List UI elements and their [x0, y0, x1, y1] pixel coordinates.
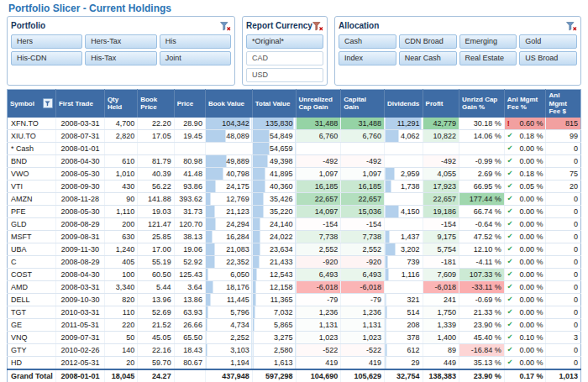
slicer-portfolio-hers[interactable]: Hers [11, 34, 82, 49]
cell-total-value: 54,849 [252, 129, 296, 142]
cell-total-value: 35,220 [252, 205, 296, 217]
col-header-anl-mgmt-fee: Anl Mgmt Fee $ [546, 90, 581, 118]
cell-profit: 7,609 [423, 268, 459, 280]
cell-anl-mgmt-fee-pct: ✔0.00 % [504, 243, 546, 255]
cell-symbol: VWO [8, 167, 56, 180]
cell-profit: 89 [423, 343, 459, 356]
slicer-currency-usd[interactable]: USD [246, 68, 323, 82]
cell-dividends: 1,437 [385, 230, 423, 243]
cell-unrealized-cap-gain: -522 [296, 343, 341, 356]
col-header-profit: Profit [423, 90, 459, 118]
cell-price: 13.86 [174, 293, 205, 306]
report-currency-slicer: Report Currency *Original*CADUSD [242, 16, 328, 86]
cell-symbol: UBA [8, 243, 56, 255]
cell-symbol: BND [8, 154, 56, 167]
cell-anl-mgmt-fee-pct: ✔0.00 % [504, 293, 546, 306]
slicer-portfolio-hers-tax[interactable]: Hers-Tax [85, 34, 156, 49]
cell-symbol: GE [8, 318, 56, 331]
cell-dividends: 1,738 [385, 180, 423, 192]
slicer-currency-original[interactable]: *Original* [246, 34, 323, 49]
cell-book-value: 49,889 [205, 154, 252, 167]
cell-book-price: 17.00 [138, 243, 174, 255]
green-check-icon: ✔ [507, 193, 513, 205]
cell-unrealized-cap-gain: 6,760 [296, 129, 341, 142]
cell-dividends: 3,202 [385, 243, 423, 255]
green-check-icon: ✔ [507, 319, 513, 331]
cell-book-value: 16,284 [205, 230, 252, 243]
cell-capital-gain: 7,738 [341, 230, 385, 243]
cell-anl-mgmt-fee-pct: ✔0.00 % [504, 217, 546, 230]
cell-symbol: MSFT [8, 230, 56, 243]
cell-first-trade: 2008-09-30 [55, 180, 104, 192]
report-currency-slicer-header: Report Currency [246, 19, 323, 31]
col-header-book-price: Book Price [138, 90, 174, 118]
slicer-allocation-cdn-broad[interactable]: CDN Broad [399, 34, 457, 49]
table-row: * Cash2008-01-0154,659✔0.00 %0 [8, 142, 581, 154]
cell-total-value: 11,365 [252, 293, 296, 306]
cell-first-trade: 2008-01-01 [55, 142, 104, 154]
cell-price: 80.98 [174, 154, 205, 167]
cell-dividends: 514 [385, 306, 423, 318]
cell-total-value: 7,032 [252, 306, 296, 318]
col-header-symbol-label: Symbol [10, 100, 34, 108]
portfolio-slicer: Portfolio HersHers-TaxHisHis-CDNHis-TaxJ… [7, 16, 235, 86]
slicer-allocation-cash[interactable]: Cash [339, 34, 396, 49]
fee-pct-value: 0.00 % [519, 306, 543, 318]
cell-unrealized-cap-gain: 14,097 [296, 205, 341, 217]
slicer-portfolio-his-cdn[interactable]: His-CDN [11, 51, 82, 65]
green-check-icon: ✔ [507, 281, 513, 293]
symbol-filter-icon[interactable] [43, 98, 53, 108]
slicer-portfolio-joint[interactable]: Joint [160, 51, 231, 65]
green-check-icon: ✔ [507, 269, 513, 280]
fee-pct-value: 0.00 % [519, 193, 543, 205]
cell-profit: 1,750 [423, 306, 459, 318]
red-alert-icon: ! [507, 118, 510, 129]
cell-capital-gain: 1,023 [341, 331, 385, 343]
fee-pct-value: 0.18 % [519, 168, 543, 180]
clear-filter-icon[interactable] [220, 20, 231, 30]
green-check-icon: ✔ [507, 256, 513, 268]
cell-first-trade: 2008-01-01 [55, 369, 104, 382]
slicer-currency-cad[interactable]: CAD [246, 51, 323, 65]
grand-total-row: Grand Total2008-01-0118,04524.27437,9485… [8, 369, 581, 382]
slicer-allocation-real-estate[interactable]: Real Estate [459, 51, 517, 65]
cell-anl-mgmt-fee-usd: 0 [546, 356, 581, 369]
cell-unrlzd-cap-gain-pct: -33.11 % [459, 280, 505, 293]
cell-book-value: 18,176 [205, 280, 252, 293]
cell-anl-mgmt-fee-usd: 0 [546, 154, 581, 167]
allocation-slicer-header: Allocation [339, 19, 577, 31]
cell-book-value: 21,123 [205, 205, 252, 217]
cell-anl-mgmt-fee-pct: !0.60 % [504, 118, 546, 130]
slicer-allocation-index[interactable]: Index [339, 51, 396, 65]
clear-filter-icon[interactable] [312, 20, 323, 30]
cell-qty-held: 110 [104, 306, 137, 318]
slicer-portfolio-his-tax[interactable]: His-Tax [85, 51, 156, 65]
cell-capital-gain: -492 [341, 154, 385, 167]
cell-book-value: 3,103 [205, 343, 252, 356]
cell-dividends: 612 [385, 343, 423, 356]
cell-unrealized-cap-gain: 1,023 [296, 331, 341, 343]
slicer-allocation-near-cash[interactable]: Near Cash [399, 51, 457, 65]
cell-total-value: 23,634 [252, 243, 296, 255]
clear-filter-icon[interactable] [566, 20, 577, 30]
slicer-allocation-gold[interactable]: Gold [519, 34, 577, 49]
slicer-portfolio-his[interactable]: His [160, 34, 231, 49]
cell-profit: 10,822 [423, 129, 459, 142]
table-row: PFE2008-05-301,11019.0331.7321,12335,220… [8, 205, 581, 217]
slicer-allocation-emerging[interactable]: Emerging [459, 34, 517, 49]
cell-unrealized-cap-gain: -6,018 [296, 280, 341, 293]
cell-anl-mgmt-fee-usd: 0 [546, 280, 581, 293]
cell-book-price: 22.16 [138, 343, 174, 356]
fee-pct-value: 0.00 % [519, 319, 543, 331]
cell-total-value: 135,830 [252, 118, 296, 130]
col-header-book-value: Book Value [205, 90, 252, 118]
fee-pct-value: 0.17 % [519, 370, 543, 382]
cell-unrlzd-cap-gain-pct: 14.06 % [459, 129, 505, 142]
cell-qty-held: 1,240 [104, 243, 137, 255]
col-header-first-trade: First Trade [55, 90, 104, 118]
cell-unrealized-cap-gain: -79 [296, 293, 341, 306]
cell-unrealized-cap-gain: -154 [296, 217, 341, 230]
cell-book-value: 6,050 [205, 268, 252, 280]
cell-profit: 5,754 [423, 243, 459, 255]
slicer-allocation-us-broad[interactable]: US Broad [519, 51, 577, 65]
